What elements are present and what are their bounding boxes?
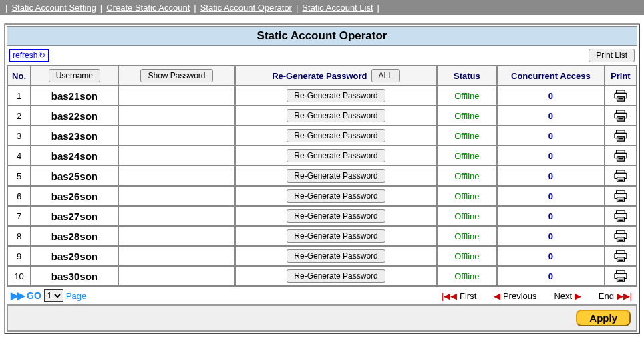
pager-next[interactable]: Next ▶ <box>554 291 581 301</box>
regenerate-password-button[interactable]: Re-Generate Password <box>287 209 385 223</box>
printer-icon[interactable] <box>609 130 632 142</box>
th-print: Print <box>605 66 637 86</box>
printer-icon[interactable] <box>609 150 632 162</box>
cell-password <box>118 166 236 186</box>
cell-password <box>118 226 236 246</box>
nav-link-static-account-list[interactable]: Static Account List <box>302 3 373 13</box>
cell-password <box>118 266 236 286</box>
cell-username: bas22son <box>31 106 118 126</box>
cell-concurrent: 0 <box>497 86 605 106</box>
cell-concurrent: 0 <box>497 226 605 246</box>
cell-username: bas21son <box>31 86 118 106</box>
next-icon: ▶ <box>575 291 581 301</box>
printer-icon[interactable] <box>609 270 632 282</box>
regenerate-password-button[interactable]: Re-Generate Password <box>287 149 385 162</box>
regenerate-password-button[interactable]: Re-Generate Password <box>287 89 385 102</box>
printer-icon[interactable] <box>609 110 632 122</box>
cell-concurrent: 0 <box>497 126 605 146</box>
cell-username: bas28son <box>31 226 118 246</box>
cell-password <box>118 86 236 106</box>
cell-password <box>118 106 236 126</box>
go-button[interactable]: GO <box>27 290 41 301</box>
svg-rect-10 <box>617 130 625 134</box>
cell-status: Offline <box>437 186 497 206</box>
pager-first[interactable]: |◀◀ First <box>442 291 476 301</box>
cell-status: Offline <box>437 226 497 246</box>
cell-password <box>118 186 236 206</box>
printer-icon[interactable] <box>609 250 632 262</box>
cell-username: bas29son <box>31 246 118 266</box>
cell-print <box>605 206 637 226</box>
svg-rect-0 <box>617 90 625 94</box>
regenerate-password-button[interactable]: Re-Generate Password <box>287 189 385 203</box>
refresh-button[interactable]: refresh ↻ <box>9 49 49 62</box>
cell-no: 4 <box>7 146 31 166</box>
nav-link-static-account-setting[interactable]: Static Account Setting <box>11 3 96 13</box>
cell-print <box>605 146 637 166</box>
pager: ▶▶ GO 1 Page |◀◀ First ◀ Previous Next ▶… <box>7 287 637 303</box>
printer-icon[interactable] <box>609 190 632 202</box>
svg-rect-15 <box>617 150 625 154</box>
th-concurrent: Concurrent Access <box>497 66 605 86</box>
th-show-password: Show Password <box>118 66 236 86</box>
username-header-button[interactable]: Username <box>49 69 100 82</box>
cell-no: 9 <box>7 246 31 266</box>
cell-print <box>605 266 637 286</box>
regenerate-password-button[interactable]: Re-Generate Password <box>287 129 385 142</box>
footer: Apply <box>7 304 637 332</box>
end-icon: ▶▶| <box>617 291 632 301</box>
cell-print <box>605 166 637 186</box>
printer-icon[interactable] <box>609 230 632 242</box>
cell-no: 1 <box>7 86 31 106</box>
prev-icon: ◀ <box>494 291 500 301</box>
regenerate-password-button[interactable]: Re-Generate Password <box>287 269 385 283</box>
th-regenerate: Re-Generate Password ALL <box>235 66 436 86</box>
cell-no: 2 <box>7 106 31 126</box>
cell-username: bas30son <box>31 266 118 286</box>
nav-sep: | <box>377 3 379 13</box>
top-nav: | Static Account Setting | Create Static… <box>0 0 644 15</box>
main-panel: Static Account Operator refresh ↻ Print … <box>4 23 640 334</box>
apply-button[interactable]: Apply <box>576 310 631 326</box>
cell-status: Offline <box>437 86 497 106</box>
regenerate-password-button[interactable]: Re-Generate Password <box>287 249 385 263</box>
cell-no: 7 <box>7 206 31 226</box>
cell-regen: Re-Generate Password <box>235 146 436 166</box>
printer-icon[interactable] <box>609 90 632 102</box>
cell-concurrent: 0 <box>497 106 605 126</box>
nav-link-static-account-operator[interactable]: Static Account Operator <box>200 3 292 13</box>
regenerate-password-button[interactable]: Re-Generate Password <box>287 109 385 122</box>
pager-end[interactable]: End ▶▶| <box>599 291 632 301</box>
svg-rect-5 <box>617 110 625 114</box>
cell-password <box>118 126 236 146</box>
cell-regen: Re-Generate Password <box>235 206 436 226</box>
printer-icon[interactable] <box>609 210 632 222</box>
page-label: Page <box>66 291 86 301</box>
regenerate-all-button[interactable]: ALL <box>371 69 400 82</box>
table-row: 4bas24sonRe-Generate PasswordOffline0 <box>7 146 637 166</box>
pager-first-label: First <box>460 291 476 301</box>
cell-username: bas26son <box>31 186 118 206</box>
cell-regen: Re-Generate Password <box>235 226 436 246</box>
printer-icon[interactable] <box>609 170 632 182</box>
print-list-button[interactable]: Print List <box>589 49 635 62</box>
cell-concurrent: 0 <box>497 266 605 286</box>
nav-sep: | <box>5 3 7 13</box>
cell-regen: Re-Generate Password <box>235 186 436 206</box>
pager-previous[interactable]: ◀ Previous <box>494 291 536 301</box>
page-select[interactable]: 1 <box>44 289 63 302</box>
regenerate-password-button[interactable]: Re-Generate Password <box>287 229 385 243</box>
table-row: 7bas27sonRe-Generate PasswordOffline0 <box>7 206 637 226</box>
cell-no: 5 <box>7 166 31 186</box>
nav-link-create-static-account[interactable]: Create Static Account <box>106 3 190 13</box>
cell-regen: Re-Generate Password <box>235 86 436 106</box>
cell-concurrent: 0 <box>497 186 605 206</box>
show-password-button[interactable]: Show Password <box>140 69 212 82</box>
pager-left: ▶▶ GO 1 Page <box>11 289 86 302</box>
cell-concurrent: 0 <box>497 246 605 266</box>
cell-concurrent: 0 <box>497 206 605 226</box>
cell-no: 10 <box>7 266 31 286</box>
table-row: 6bas26sonRe-Generate PasswordOffline0 <box>7 186 637 206</box>
regenerate-password-button[interactable]: Re-Generate Password <box>287 169 385 183</box>
th-status: Status <box>437 66 497 86</box>
